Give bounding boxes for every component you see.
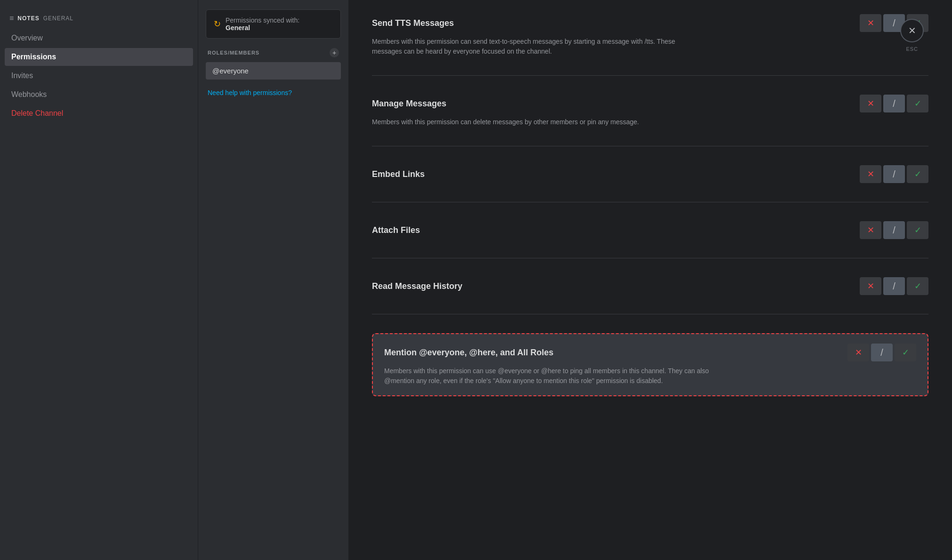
sidebar-header: ≡ NOTES GENERAL: [0, 9, 198, 25]
neutral-button-embed-links[interactable]: /: [883, 165, 905, 183]
sync-icon: ↻: [214, 19, 221, 29]
divider: [372, 202, 928, 202]
help-permissions-link[interactable]: Need help with permissions?: [206, 89, 341, 96]
deny-button-embed-links[interactable]: ✕: [860, 165, 881, 183]
sidebar: ≡ NOTES GENERAL OverviewPermissionsInvit…: [0, 0, 198, 560]
permission-controls-manage-messages: ✕/✓: [860, 95, 928, 112]
sync-text: Permissions synced with: General: [226, 16, 299, 32]
deny-button-mention-everyone[interactable]: ✕: [847, 344, 869, 361]
permission-header-send-tts: Send TTS Messages✕/✓: [372, 14, 928, 32]
permission-controls-read-message-history: ✕/✓: [860, 277, 928, 295]
deny-button-send-tts[interactable]: ✕: [860, 14, 881, 32]
permission-row-embed-links: Embed Links✕/✓: [372, 165, 928, 183]
esc-label: ESC: [906, 46, 918, 52]
permission-header-mention-everyone: Mention @everyone, @here, and All Roles✕…: [384, 344, 916, 361]
neutral-button-mention-everyone[interactable]: /: [871, 344, 893, 361]
permission-name-manage-messages: Manage Messages: [372, 99, 446, 109]
close-icon: ✕: [908, 25, 916, 36]
roles-header: ROLES/MEMBERS +: [206, 48, 341, 57]
allow-button-read-message-history[interactable]: ✓: [907, 277, 928, 295]
permission-header-manage-messages: Manage Messages✕/✓: [372, 95, 928, 112]
permission-row-mention-everyone: Mention @everyone, @here, and All Roles✕…: [372, 333, 928, 396]
role-item-everyone[interactable]: @everyone: [206, 62, 341, 80]
divider: [372, 75, 928, 76]
sidebar-item-webhooks[interactable]: Webhooks: [5, 86, 193, 104]
permission-row-send-tts: Send TTS Messages✕/✓Members with this pe…: [372, 14, 928, 56]
close-button[interactable]: ✕: [900, 19, 924, 42]
permission-desc-mention-everyone: Members with this permission can use @ev…: [384, 366, 714, 386]
allow-button-embed-links[interactable]: ✓: [907, 165, 928, 183]
sidebar-item-permissions[interactable]: Permissions: [5, 48, 193, 66]
allow-button-attach-files[interactable]: ✓: [907, 221, 928, 239]
permission-desc-send-tts: Members with this permission can send te…: [372, 37, 702, 56]
main-content: Send TTS Messages✕/✓Members with this pe…: [348, 0, 952, 560]
sync-box: ↻ Permissions synced with: General: [206, 9, 341, 39]
permission-name-mention-everyone: Mention @everyone, @here, and All Roles: [384, 348, 554, 358]
deny-button-manage-messages[interactable]: ✕: [860, 95, 881, 112]
permission-row-attach-files: Attach Files✕/✓: [372, 221, 928, 239]
sidebar-item-invites[interactable]: Invites: [5, 67, 193, 85]
permission-desc-manage-messages: Members with this permission can delete …: [372, 117, 702, 127]
permission-row-manage-messages: Manage Messages✕/✓Members with this perm…: [372, 95, 928, 127]
permission-name-embed-links: Embed Links: [372, 169, 425, 179]
permission-header-read-message-history: Read Message History✕/✓: [372, 277, 928, 295]
permission-name-read-message-history: Read Message History: [372, 281, 462, 291]
channel-name: NOTES: [17, 15, 39, 22]
permission-row-read-message-history: Read Message History✕/✓: [372, 277, 928, 295]
divider: [372, 146, 928, 146]
permission-header-attach-files: Attach Files✕/✓: [372, 221, 928, 239]
allow-button-manage-messages[interactable]: ✓: [907, 95, 928, 112]
divider: [372, 314, 928, 314]
deny-button-read-message-history[interactable]: ✕: [860, 277, 881, 295]
sidebar-item-overview[interactable]: Overview: [5, 29, 193, 47]
channel-icon: ≡: [9, 14, 14, 23]
add-role-button[interactable]: +: [330, 48, 339, 57]
middle-panel: ↻ Permissions synced with: General ROLES…: [198, 0, 348, 560]
sidebar-nav: OverviewPermissionsInvitesWebhooksDelete…: [0, 25, 198, 127]
section-label: GENERAL: [43, 15, 73, 22]
sidebar-item-delete-channel[interactable]: Delete Channel: [5, 104, 193, 122]
permission-controls-mention-everyone: ✕/✓: [847, 344, 916, 361]
neutral-button-attach-files[interactable]: /: [883, 221, 905, 239]
neutral-button-read-message-history[interactable]: /: [883, 277, 905, 295]
permission-controls-attach-files: ✕/✓: [860, 221, 928, 239]
permission-controls-embed-links: ✕/✓: [860, 165, 928, 183]
permission-name-send-tts: Send TTS Messages: [372, 18, 454, 28]
permission-name-attach-files: Attach Files: [372, 225, 420, 235]
permission-header-embed-links: Embed Links✕/✓: [372, 165, 928, 183]
neutral-button-manage-messages[interactable]: /: [883, 95, 905, 112]
sync-channel: General: [226, 24, 250, 32]
deny-button-attach-files[interactable]: ✕: [860, 221, 881, 239]
divider: [372, 258, 928, 258]
allow-button-mention-everyone[interactable]: ✓: [895, 344, 916, 361]
roles-label: ROLES/MEMBERS: [208, 50, 259, 56]
